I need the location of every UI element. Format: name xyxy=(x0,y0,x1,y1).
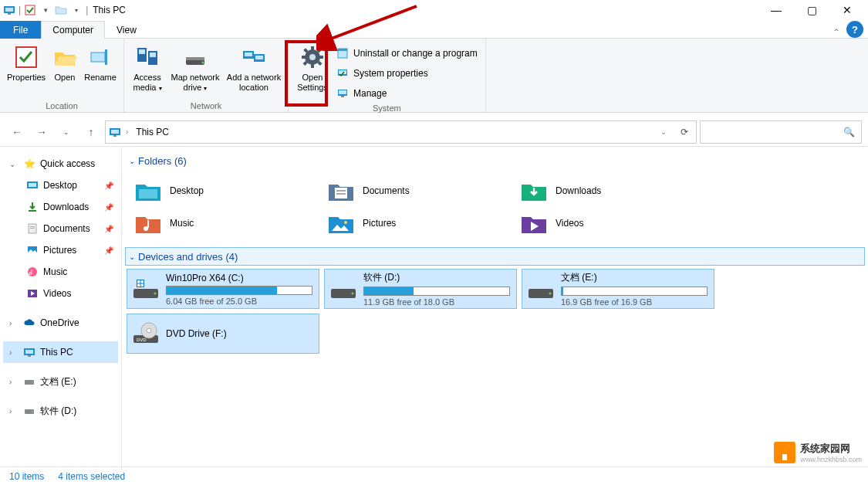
folder-documents[interactable]: Documents xyxy=(321,175,514,207)
address-dropdown-icon[interactable]: ⌄ xyxy=(656,127,671,136)
help-icon[interactable]: ? xyxy=(846,21,863,38)
tree-drive-d[interactable]: › 软件 (D:) xyxy=(3,400,118,422)
refresh-icon[interactable]: ⟳ xyxy=(676,127,693,137)
uninstall-label: Uninstall or change a program xyxy=(353,48,478,59)
rename-button[interactable]: Rename xyxy=(82,42,119,83)
status-bar: 10 items 4 items selected xyxy=(0,466,868,485)
ribbon: Properties Open Rename Location xyxy=(0,39,868,113)
qat-separator: | xyxy=(19,5,21,15)
map-network-drive-button[interactable]: Map network drive ▾ xyxy=(167,42,223,93)
drive-c[interactable]: Win10Pro X64 (C:) 6.04 GB free of 25.0 G… xyxy=(127,269,319,309)
tree-documents[interactable]: Documents📌 xyxy=(3,218,118,239)
folder-pictures[interactable]: Pictures xyxy=(321,207,514,239)
tree-drive-e[interactable]: › 文档 (E:) xyxy=(3,371,118,392)
ribbon-collapse-icon[interactable]: ⌃ xyxy=(833,27,840,38)
back-button[interactable]: ← xyxy=(6,121,28,143)
qat-properties-icon[interactable] xyxy=(24,4,36,16)
svg-point-70 xyxy=(352,293,354,295)
minimize-button[interactable]: — xyxy=(758,0,794,20)
navigation-bar: ← → ⌄ ↑ › This PC ⌄ ⟳ 🔍 xyxy=(0,117,868,147)
tree-onedrive[interactable]: › OneDrive xyxy=(3,312,118,334)
chevron-right-icon[interactable]: › xyxy=(9,319,19,327)
title-bar: | ▼ ▾ | This PC — ▢ ✕ xyxy=(0,0,868,20)
crumb-chevron-icon[interactable]: › xyxy=(126,127,128,136)
access-media-icon xyxy=(135,45,160,70)
svg-rect-50 xyxy=(28,355,31,357)
pin-icon: 📌 xyxy=(104,181,113,190)
open-settings-button[interactable]: OpenSettings xyxy=(293,42,332,93)
svg-point-76 xyxy=(147,328,151,333)
tree-videos[interactable]: Videos xyxy=(3,283,118,304)
open-settings-label: OpenSettings xyxy=(297,73,328,93)
qat-dropdown2-icon[interactable]: ▾ xyxy=(70,4,83,16)
maximize-button[interactable]: ▢ xyxy=(794,0,829,20)
access-media-button[interactable]: Access media ▾ xyxy=(129,42,166,93)
drive-c-free: 6.04 GB free of 25.0 GB xyxy=(166,297,314,306)
gear-icon xyxy=(300,45,325,70)
forward-button[interactable]: → xyxy=(31,121,52,143)
drive-f[interactable]: DVD DVD Drive (F:) xyxy=(127,314,319,354)
drive-icon xyxy=(23,405,35,417)
open-button[interactable]: Open xyxy=(49,42,80,83)
tree-music[interactable]: Music xyxy=(3,261,118,283)
properties-icon xyxy=(14,45,39,70)
folder-videos[interactable]: Videos xyxy=(514,207,707,239)
folder-music[interactable]: Music xyxy=(128,207,321,239)
svg-point-46 xyxy=(28,267,37,276)
rename-icon xyxy=(88,45,113,70)
svg-point-72 xyxy=(549,293,552,295)
star-icon: ⭐ xyxy=(23,158,35,170)
drive-d-free: 11.9 GB free of 18.0 GB xyxy=(363,297,512,307)
tree-desktop[interactable]: Desktop📌 xyxy=(3,175,118,196)
tab-file[interactable]: File xyxy=(0,21,41,39)
breadcrumb-thispc[interactable]: This PC xyxy=(133,124,172,141)
chevron-right-icon[interactable]: › xyxy=(9,348,19,357)
drive-f-name: DVD Drive (F:) xyxy=(166,328,314,339)
svg-rect-9 xyxy=(139,49,145,54)
svg-rect-29 xyxy=(338,49,347,51)
up-button[interactable]: ↑ xyxy=(80,121,102,143)
system-properties-button[interactable]: System properties xyxy=(333,65,481,82)
properties-button[interactable]: Properties xyxy=(5,42,48,83)
svg-rect-34 xyxy=(341,96,344,97)
drives-header[interactable]: ⌄ Devices and drives (4) xyxy=(125,247,865,266)
pin-icon: 📌 xyxy=(104,225,113,233)
group-location-label: Location xyxy=(5,100,119,110)
drive-e[interactable]: 文档 (E:) 16.9 GB free of 16.9 GB xyxy=(522,269,714,309)
folders-header[interactable]: ⌄ Folders (6) xyxy=(125,151,865,170)
qat-dropdown-icon[interactable]: ▼ xyxy=(39,4,52,16)
downloads-icon xyxy=(26,201,39,213)
ribbon-tabs: File Computer View ⌃ ? xyxy=(0,20,868,39)
add-network-location-button[interactable]: Add a network location xyxy=(225,42,283,93)
qat-folder-icon[interactable] xyxy=(55,4,67,16)
tab-computer[interactable]: Computer xyxy=(41,21,105,39)
svg-point-52 xyxy=(32,382,33,383)
close-button[interactable]: ✕ xyxy=(829,0,865,20)
folder-downloads[interactable]: Downloads xyxy=(514,175,707,207)
svg-point-54 xyxy=(32,411,33,412)
chevron-down-icon[interactable]: ⌄ xyxy=(9,160,19,168)
tree-this-pc[interactable]: › This PC xyxy=(3,341,118,363)
tab-view[interactable]: View xyxy=(105,21,148,39)
tree-downloads[interactable]: Downloads📌 xyxy=(3,196,118,218)
tree-pictures[interactable]: Pictures📌 xyxy=(3,239,118,261)
drive-e-name: 文档 (E:) xyxy=(561,271,709,284)
folder-desktop[interactable]: Desktop xyxy=(128,175,321,207)
recent-dropdown[interactable]: ⌄ xyxy=(56,121,77,143)
tree-quick-access[interactable]: ⌄ ⭐ Quick access xyxy=(3,153,118,175)
search-box[interactable]: 🔍 xyxy=(700,120,862,144)
drive-c-name: Win10Pro X64 (C:) xyxy=(166,273,314,283)
chevron-right-icon[interactable]: › xyxy=(9,378,19,386)
ribbon-group-network: Access media ▾ Map network drive ▾ Add a… xyxy=(124,39,289,112)
drive-d[interactable]: 软件 (D:) 11.9 GB free of 18.0 GB xyxy=(324,269,517,309)
watermark-url: www.hnzkhbsb.com xyxy=(800,456,862,463)
chevron-right-icon[interactable]: › xyxy=(9,407,19,415)
manage-icon xyxy=(336,87,349,100)
uninstall-program-button[interactable]: Uninstall or change a program xyxy=(333,45,481,62)
address-bar[interactable]: › This PC ⌄ ⟳ xyxy=(105,120,697,144)
svg-rect-37 xyxy=(111,130,119,134)
pictures-folder-icon xyxy=(327,209,355,237)
manage-button[interactable]: Manage xyxy=(333,85,481,102)
svg-rect-33 xyxy=(339,90,346,94)
content-pane: ⌄ Folders (6) Desktop Documents Download… xyxy=(122,147,868,470)
